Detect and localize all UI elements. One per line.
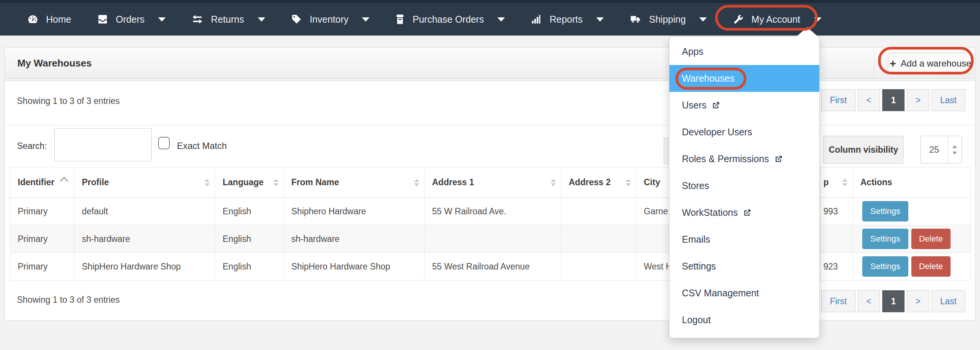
tag-icon [291,14,302,25]
cell-address-2 [561,198,636,225]
add-warehouse-label: Add a warehouse [901,58,971,69]
chevron-down-icon [814,18,821,22]
chevron-down-icon [258,18,265,22]
dashboard-icon [27,14,38,25]
table-row: Primary ShipHero Hardware Shop English S… [10,253,971,280]
settings-button[interactable]: Settings [862,256,908,276]
pagination-last-button[interactable]: Last [932,290,965,312]
pagination-first-button[interactable]: First [821,290,856,312]
pagination-last-button[interactable]: Last [932,89,965,111]
menu-item-stores[interactable]: Stores [670,173,819,199]
sort-icon [273,179,278,186]
nav-item-label: Inventory [310,14,349,25]
cell-from-name: sh-hardware [283,225,424,253]
header-from-name[interactable]: From Name [283,168,424,197]
showing-entries-bottom: Showing 1 to 3 of 3 entries [17,295,119,305]
header-language[interactable]: Language [215,168,283,197]
pagination-next-button[interactable]: > [907,290,929,312]
spinner-up-icon[interactable] [953,145,957,148]
menu-item-apps[interactable]: Apps [670,38,819,65]
exact-match-checkbox[interactable] [158,137,170,149]
menu-item-logout[interactable]: Logout [670,307,819,333]
cell-actions: Settings Delete [853,225,971,253]
search-label: Search: [17,141,47,151]
truck-icon [630,14,641,25]
sort-icon [626,179,631,186]
pagination-page-1-button[interactable]: 1 [882,89,905,111]
chevron-down-icon [158,18,165,22]
pagination-prev-button[interactable]: < [858,290,880,312]
sort-asc-icon [60,176,69,185]
header-zip-partial[interactable]: p [820,168,853,197]
header-address-2[interactable]: Address 2 [561,168,636,197]
menu-item-emails[interactable]: Emails [670,226,819,253]
cell-identifier: Primary [10,198,74,225]
menu-item-workstations[interactable]: WorkStations [670,199,819,226]
search-input[interactable] [54,128,152,161]
header-divider [874,48,874,78]
wrench-icon [732,14,744,25]
header-address-1[interactable]: Address 1 [424,168,561,197]
cell-zip: 923 [820,253,853,280]
page-header-panel: My Warehouses + Add a warehouse [5,47,975,78]
menu-item-roles-permissions[interactable]: Roles & Permissions [670,145,819,173]
cell-address-1: 55 West Railroad Avenue [424,253,561,280]
my-account-dropdown-menu: Apps Warehouses Users Developer Users Ro… [669,36,819,338]
nav-item-label: Returns [211,14,244,25]
cell-from-name: ShipHero Hardware Shop [283,253,424,280]
sort-icon [550,179,556,186]
nav-item-home[interactable]: Home [14,3,84,35]
menu-item-warehouses[interactable]: Warehouses [670,65,819,92]
nav-item-shipping[interactable]: Shipping [617,3,720,35]
main-navbar: Home Orders Returns Inventory Purchase O… [0,3,980,35]
nav-item-label: My Account [751,14,800,25]
spinner-arrows[interactable] [948,136,961,163]
page-length-spinner[interactable]: 25 [920,136,962,164]
cell-language: English [215,253,283,280]
cell-language: English [215,198,283,225]
archive-box-icon [395,14,405,25]
warehouses-table-panel: Showing 1 to 3 of 3 entries First < 1 > … [5,80,975,321]
settings-button[interactable]: Settings [862,201,908,222]
nav-item-returns[interactable]: Returns [178,3,278,35]
nav-item-purchase-orders[interactable]: Purchase Orders [382,3,518,35]
cell-identifier: Primary [10,253,74,280]
pagination-page-1-button[interactable]: 1 [882,290,905,312]
column-visibility-button[interactable]: Column visibility [823,136,904,164]
menu-item-developer-users[interactable]: Developer Users [670,119,819,145]
add-warehouse-button[interactable]: + Add a warehouse [888,53,973,74]
delete-button[interactable]: Delete [911,256,951,276]
menu-item-csv-management[interactable]: CSV Management [670,280,819,307]
header-profile[interactable]: Profile [74,168,215,197]
dropdown-caret-up-icon [796,27,818,37]
cell-zip [820,225,853,253]
cell-address-1 [424,225,561,253]
pagination-next-button[interactable]: > [907,89,929,111]
cell-profile: default [74,198,215,225]
menu-item-settings[interactable]: Settings [670,253,819,280]
pagination-first-button[interactable]: First [821,89,856,111]
cell-identifier: Primary [10,225,74,253]
pagination-prev-button[interactable]: < [858,89,880,111]
spinner-down-icon[interactable] [953,152,957,155]
sort-icon [414,179,419,186]
settings-button[interactable]: Settings [862,229,908,249]
external-link-icon [773,154,783,164]
nav-item-inventory[interactable]: Inventory [278,3,383,35]
delete-button[interactable]: Delete [911,229,951,249]
table-row: Primary default English Shiphero Hardwar… [10,198,971,225]
cell-language: English [215,225,283,253]
nav-item-orders[interactable]: Orders [84,3,178,35]
chevron-down-icon [596,18,604,22]
external-link-icon [742,208,752,218]
cell-address-2 [561,253,636,280]
pagination-bottom: First < 1 > Last [821,290,965,312]
nav-item-reports[interactable]: Reports [518,3,617,35]
table-header-row: Identifier Profile Language From Name Ad… [10,167,971,198]
menu-item-users[interactable]: Users [670,92,819,119]
page-length-value: 25 [921,136,948,163]
header-identifier[interactable]: Identifier [10,168,74,197]
nav-item-label: Reports [549,14,583,25]
showing-entries-top: Showing 1 to 3 of 3 entries [17,96,119,106]
inbox-icon [97,14,108,25]
